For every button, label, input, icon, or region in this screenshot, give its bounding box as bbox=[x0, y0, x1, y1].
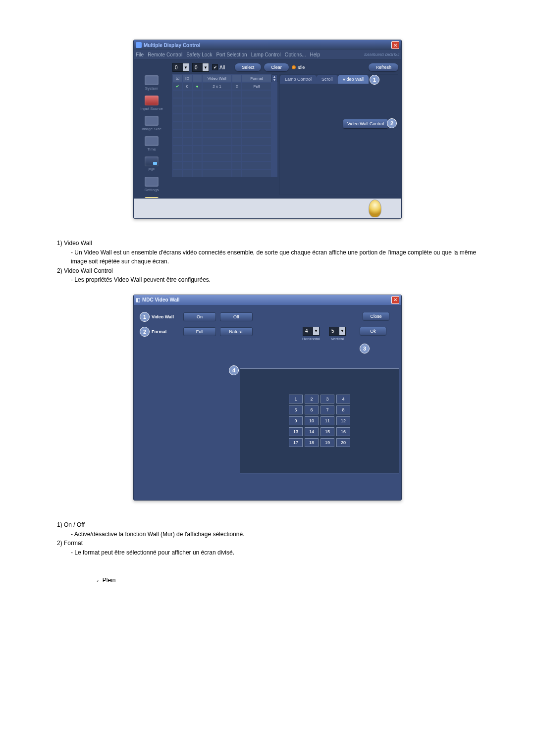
horizontal-label: Horizontal bbox=[302, 337, 320, 341]
grid-cell[interactable]: 7 bbox=[321, 405, 334, 414]
select-button[interactable]: Select bbox=[235, 63, 261, 71]
header-check[interactable]: ☑ bbox=[172, 74, 182, 82]
tab-lamp-control[interactable]: Lamp Control bbox=[280, 75, 317, 84]
pip-icon bbox=[145, 156, 159, 166]
callout-1: 1 bbox=[370, 75, 379, 85]
lightbulb-icon bbox=[369, 200, 381, 217]
vertical-combo[interactable]: 5 ▼ bbox=[329, 327, 346, 336]
grid-cell[interactable]: 8 bbox=[336, 405, 350, 414]
tab-scroll[interactable]: Scroll bbox=[317, 75, 338, 84]
grid-cell[interactable]: 17 bbox=[289, 438, 303, 447]
text-2-title: 2) Video Wall Control bbox=[57, 266, 478, 276]
natural-button[interactable]: Natural bbox=[220, 327, 253, 336]
menubar: File Remote Control Safety Lock Port Sel… bbox=[134, 50, 401, 59]
refresh-button[interactable]: Refresh bbox=[369, 63, 398, 71]
settings-icon bbox=[145, 177, 159, 187]
grid-cell[interactable]: 5 bbox=[289, 405, 303, 414]
idle-led-icon bbox=[292, 65, 296, 69]
clear-button[interactable]: Clear bbox=[264, 63, 289, 71]
video-wall-window: ◧ MDC Video Wall ✕ 1 Video Wall On Off C… bbox=[133, 295, 402, 501]
sidebar-item-input[interactable]: Input Source bbox=[136, 95, 167, 114]
grid-cell[interactable]: 6 bbox=[305, 405, 319, 414]
menu-lamp[interactable]: Lamp Control bbox=[251, 52, 281, 57]
header-id: ID bbox=[182, 74, 192, 82]
grid-cell[interactable]: 16 bbox=[336, 427, 350, 436]
sidebar-item-time[interactable]: Time bbox=[136, 135, 167, 154]
callout-2: 2 bbox=[387, 118, 397, 128]
text-3-title: 1) On / Off bbox=[57, 520, 478, 530]
menu-file[interactable]: File bbox=[136, 52, 144, 57]
grid-cell[interactable]: 10 bbox=[305, 416, 319, 425]
table-scrollbar[interactable] bbox=[271, 74, 277, 82]
menu-help[interactable]: Help bbox=[310, 52, 321, 57]
horizontal-combo[interactable]: 4 ▼ bbox=[303, 327, 320, 336]
grid-cell[interactable]: 3 bbox=[321, 395, 334, 403]
header-blank bbox=[232, 74, 242, 82]
right-panel: Lamp Control Scroll Video Wall 1 Video W… bbox=[279, 74, 398, 195]
grid-cell[interactable]: 18 bbox=[305, 438, 319, 447]
on-button[interactable]: On bbox=[183, 312, 216, 321]
menu-options[interactable]: Options... bbox=[285, 52, 306, 57]
vw-titlebar: ◧ MDC Video Wall ✕ bbox=[134, 295, 401, 305]
sidebar-item-image[interactable]: Image Size bbox=[136, 115, 167, 134]
grid-cell[interactable]: 9 bbox=[289, 416, 303, 425]
grid-cell[interactable]: 15 bbox=[321, 427, 334, 436]
row-status-dot: ● bbox=[192, 82, 202, 90]
footnote-label: Plein bbox=[103, 577, 116, 584]
footnote-bullet: z bbox=[97, 578, 99, 583]
menu-safety[interactable]: Safety Lock bbox=[186, 52, 212, 57]
grid-cell[interactable]: 11 bbox=[321, 416, 334, 425]
close-icon[interactable]: ✕ bbox=[391, 41, 399, 49]
table-header: ☑ ID Video Wall Format bbox=[172, 74, 277, 82]
grid-cell[interactable]: 13 bbox=[289, 427, 303, 436]
row-div: 2 bbox=[232, 82, 242, 90]
table-row[interactable]: ✔ 0 ● 2 x 1 2 Full bbox=[172, 82, 277, 90]
off-button[interactable]: Off bbox=[220, 312, 253, 321]
chevron-down-icon: ▼ bbox=[339, 327, 345, 335]
main-panel: 0 ▼ 0 ▼ ✔ All Se bbox=[169, 59, 401, 198]
sidebar-item-pip[interactable]: PIP bbox=[136, 155, 167, 175]
sidebar-item-settings[interactable]: Settings bbox=[136, 176, 167, 195]
full-button[interactable]: Full bbox=[183, 327, 216, 336]
sidebar-label-time: Time bbox=[147, 147, 156, 151]
close-icon[interactable]: ✕ bbox=[391, 296, 399, 304]
menu-port[interactable]: Port Selection bbox=[216, 52, 247, 57]
text-4-title: 2) Format bbox=[57, 539, 478, 548]
text-1-body: - Un Video Wall est un ensemble d'écrans… bbox=[57, 248, 478, 266]
combo-2-value: 0 bbox=[193, 65, 203, 70]
scroll-track bbox=[271, 82, 277, 90]
vertical-label: Vertical bbox=[331, 337, 344, 341]
grid-cell[interactable]: 1 bbox=[289, 395, 303, 403]
text-2-body: - Les propriétés Video Wall peuvent être… bbox=[57, 275, 478, 285]
row-vw: 2 x 1 bbox=[202, 82, 232, 90]
checkbox-icon: ✔ bbox=[212, 64, 218, 70]
all-checkbox[interactable]: ✔ All bbox=[212, 64, 225, 70]
mdc-titlebar: Multiple Display Control ✕ bbox=[134, 40, 401, 50]
menu-remote[interactable]: Remote Control bbox=[148, 52, 182, 57]
video-wall-control-button[interactable]: Video Wall Control bbox=[343, 119, 388, 128]
close-button[interactable]: Close bbox=[363, 312, 389, 321]
grid-cell[interactable]: 19 bbox=[321, 438, 334, 447]
image-size-icon bbox=[145, 116, 159, 126]
combo-2[interactable]: 0 ▼ bbox=[192, 63, 209, 72]
brand-logo: SAMSUNG DIGITall bbox=[364, 52, 399, 57]
callout-1: 1 bbox=[140, 312, 150, 322]
idle-label: Idle bbox=[298, 65, 305, 70]
grid-cell[interactable]: 14 bbox=[305, 427, 319, 436]
combo-1[interactable]: 0 ▼ bbox=[172, 63, 189, 72]
vw-title-text: MDC Video Wall bbox=[142, 297, 180, 302]
grid-cell[interactable]: 4 bbox=[336, 395, 350, 403]
tab-video-wall[interactable]: Video Wall bbox=[338, 75, 369, 84]
grid-cell[interactable]: 20 bbox=[336, 438, 350, 447]
ok-button[interactable]: Ok bbox=[360, 327, 386, 336]
sidebar-label-settings: Settings bbox=[145, 188, 159, 192]
grid-cell[interactable]: 12 bbox=[336, 416, 350, 425]
chevron-down-icon: ▼ bbox=[183, 63, 189, 71]
callout-3: 3 bbox=[360, 344, 370, 353]
row-check[interactable]: ✔ bbox=[172, 82, 182, 90]
explanation-2: 1) On / Off - Active/désactive la foncti… bbox=[57, 520, 478, 557]
text-1-title: 1) Video Wall bbox=[57, 239, 478, 248]
sidebar-item-system[interactable]: System bbox=[136, 74, 167, 94]
grid-cell[interactable]: 2 bbox=[305, 395, 319, 403]
sidebar-label-pip: PIP bbox=[149, 167, 155, 172]
